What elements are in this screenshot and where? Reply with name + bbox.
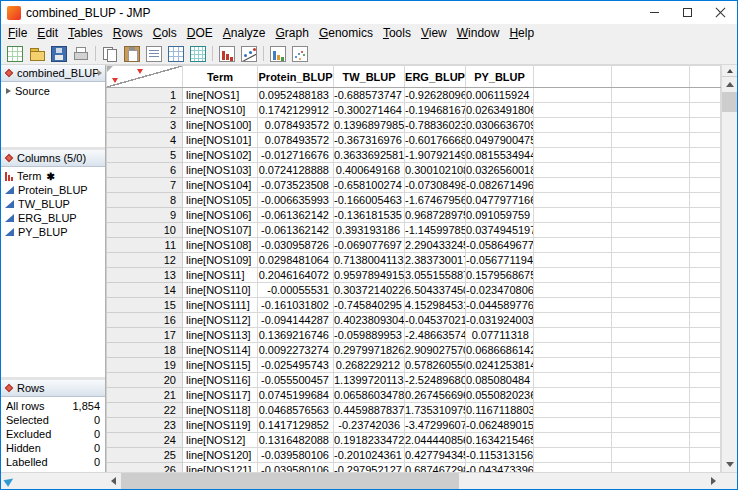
cell-term[interactable]: line[NOS107] <box>183 223 258 238</box>
rows-hotspot-icon[interactable] <box>112 78 118 83</box>
cell-protein_blup[interactable]: -0.161031802 <box>258 298 334 313</box>
row-number[interactable]: 12 <box>107 253 183 268</box>
menu-help[interactable]: Help <box>504 24 539 43</box>
cell-erg_blup[interactable]: 2.2904332459 <box>405 238 466 253</box>
rows-stat-excluded[interactable]: Excluded0 <box>1 427 105 441</box>
column-item-protein_blup[interactable]: Protein_BLUP <box>1 183 105 197</box>
column-item-term[interactable]: Term✱ <box>1 169 105 183</box>
row-number[interactable]: 3 <box>107 118 183 133</box>
cell-py_blup[interactable]: -0.031924003 <box>466 313 534 328</box>
cell-py_blup[interactable]: 0.1167118803 <box>466 403 534 418</box>
cell-term[interactable]: line[NOS108] <box>183 238 258 253</box>
cell-term[interactable]: line[NOS116] <box>183 373 258 388</box>
maximize-button[interactable] <box>671 1 704 24</box>
cell-protein_blup[interactable]: -0.055500457 <box>258 373 334 388</box>
cell-erg_blup[interactable]: -3.472996074 <box>405 418 466 433</box>
cell-tw_blup[interactable]: 0.7138004113 <box>334 253 405 268</box>
column-header-term[interactable]: Term <box>183 66 258 88</box>
menu-graph[interactable]: Graph <box>271 24 314 43</box>
row-number[interactable]: 25 <box>107 448 183 463</box>
cell-term[interactable]: line[NOS113] <box>183 328 258 343</box>
cell-term[interactable]: line[NOS104] <box>183 178 258 193</box>
cell-erg_blup[interactable]: -2.486635747 <box>405 328 466 343</box>
distribution-button[interactable] <box>216 44 238 64</box>
row-number[interactable]: 24 <box>107 433 183 448</box>
cell-tw_blup[interactable]: -0.658100274 <box>334 178 405 193</box>
cell-term[interactable]: line[NOS114] <box>183 343 258 358</box>
cell-protein_blup[interactable]: -0.061362142 <box>258 223 334 238</box>
scroll-right-button[interactable] <box>706 473 721 489</box>
cell-erg_blup[interactable]: 1.7353109758 <box>405 403 466 418</box>
row-number[interactable]: 4 <box>107 133 183 148</box>
cell-protein_blup[interactable]: 0.0092273274 <box>258 343 334 358</box>
cell-protein_blup[interactable]: -0.025495743 <box>258 358 334 373</box>
row-number[interactable]: 21 <box>107 388 183 403</box>
deselect-corner-icon[interactable] <box>107 66 113 72</box>
menu-doe[interactable]: DOE <box>182 24 218 43</box>
cell-term[interactable]: line[NOS115] <box>183 358 258 373</box>
cell-term[interactable]: line[NOS118] <box>183 403 258 418</box>
row-number[interactable]: 14 <box>107 283 183 298</box>
minimize-button[interactable] <box>638 1 671 24</box>
row-number[interactable]: 20 <box>107 373 183 388</box>
vertical-scroll-track[interactable] <box>722 112 737 457</box>
rows-stat-labelled[interactable]: Labelled0 <box>1 455 105 469</box>
copy-button[interactable] <box>99 44 121 64</box>
cell-erg_blup[interactable]: -0.07308498 <box>405 178 466 193</box>
cell-protein_blup[interactable]: -0.061362142 <box>258 208 334 223</box>
cell-erg_blup[interactable]: -2.524896809 <box>405 373 466 388</box>
cell-tw_blup[interactable]: -0.367316976 <box>334 133 405 148</box>
menu-genomics[interactable]: Genomics <box>314 24 378 43</box>
source-item[interactable]: Source <box>1 82 105 97</box>
cell-py_blup[interactable]: -0.058649677 <box>466 238 534 253</box>
cell-protein_blup[interactable]: 0.0298481064 <box>258 253 334 268</box>
row-number[interactable]: 23 <box>107 418 183 433</box>
cell-protein_blup[interactable]: 0.1369216746 <box>258 328 334 343</box>
scroll-split-button[interactable] <box>722 65 737 77</box>
cell-term[interactable]: line[NOS109] <box>183 253 258 268</box>
cell-py_blup[interactable]: -0.043473396 <box>466 463 534 473</box>
menu-cols[interactable]: Cols <box>148 24 182 43</box>
cell-py_blup[interactable]: 0.1579568675 <box>466 268 534 283</box>
menu-tables[interactable]: Tables <box>63 24 108 43</box>
cell-py_blup[interactable]: 0.085080484 <box>466 373 534 388</box>
cell-protein_blup[interactable]: 0.078493572 <box>258 133 334 148</box>
cell-term[interactable]: line[NOS1] <box>183 88 258 103</box>
cell-term[interactable]: line[NOS103] <box>183 163 258 178</box>
rows-stat-all-rows[interactable]: All rows1,854 <box>1 399 105 413</box>
cell-py_blup[interactable]: -0.062489015 <box>466 418 534 433</box>
menu-tools[interactable]: Tools <box>378 24 416 43</box>
menu-analyze[interactable]: Analyze <box>218 24 271 43</box>
cell-protein_blup[interactable]: -0.006635993 <box>258 193 334 208</box>
menu-view[interactable]: View <box>416 24 452 43</box>
row-number[interactable]: 10 <box>107 223 183 238</box>
cell-protein_blup[interactable]: 0.078493572 <box>258 118 334 133</box>
cell-tw_blup[interactable]: 0.0658603478 <box>334 388 405 403</box>
disclosure-triangle-icon[interactable] <box>6 88 11 94</box>
new-data-table-button[interactable] <box>4 44 26 64</box>
cell-tw_blup[interactable]: 0.9597894915 <box>334 268 405 283</box>
row-number[interactable]: 18 <box>107 343 183 358</box>
cell-term[interactable]: line[NOS119] <box>183 418 258 433</box>
cell-term[interactable]: line[NOS12] <box>183 433 258 448</box>
cell-erg_blup[interactable]: -1.674679567 <box>405 193 466 208</box>
cell-term[interactable]: line[NOS101] <box>183 133 258 148</box>
cell-py_blup[interactable]: 0.0326560018 <box>466 163 534 178</box>
cell-protein_blup[interactable]: -0.073523508 <box>258 178 334 193</box>
cell-py_blup[interactable]: -0.023470806 <box>466 283 534 298</box>
cell-erg_blup[interactable]: -1.907921497 <box>405 148 466 163</box>
row-number[interactable]: 26 <box>107 463 183 473</box>
column-item-py_blup[interactable]: PY_BLUP <box>1 225 105 239</box>
horizontal-scroll-thumb[interactable] <box>121 473 459 489</box>
menu-file[interactable]: File <box>3 24 32 43</box>
row-number[interactable]: 15 <box>107 298 183 313</box>
scroll-left-button[interactable] <box>106 473 121 489</box>
cell-term[interactable]: line[NOS100] <box>183 118 258 133</box>
rows-stat-hidden[interactable]: Hidden0 <box>1 441 105 455</box>
cell-protein_blup[interactable]: -0.039580106 <box>258 448 334 463</box>
cell-tw_blup[interactable]: 0.393193186 <box>334 223 405 238</box>
cell-erg_blup[interactable]: 0.5782605508 <box>405 358 466 373</box>
cell-py_blup[interactable]: 0.0815534944 <box>466 148 534 163</box>
column-header-erg_blup[interactable]: ERG_BLUP <box>405 66 466 88</box>
row-number[interactable]: 17 <box>107 328 183 343</box>
